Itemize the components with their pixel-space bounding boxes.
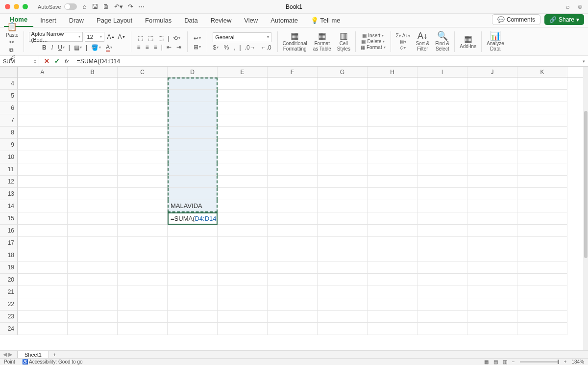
cell[interactable] <box>18 298 68 311</box>
cell[interactable] <box>368 298 417 311</box>
conditional-formatting-button[interactable]: ▦Conditional Formatting <box>283 31 307 52</box>
cell[interactable] <box>218 114 268 127</box>
cell[interactable] <box>68 298 118 311</box>
cell[interactable] <box>118 188 168 200</box>
cell[interactable] <box>417 188 467 200</box>
close-window-icon[interactable] <box>5 4 10 9</box>
cell[interactable] <box>18 237 68 249</box>
row-header[interactable]: 18 <box>0 249 18 261</box>
cell[interactable] <box>417 323 467 335</box>
cell[interactable] <box>368 286 417 298</box>
maximize-window-icon[interactable] <box>23 4 28 9</box>
cell[interactable] <box>68 102 118 114</box>
wrap-text-icon[interactable]: ↩▾ <box>193 35 202 42</box>
cell[interactable] <box>318 163 368 176</box>
cell[interactable] <box>168 127 218 139</box>
column-header[interactable]: C <box>118 67 168 77</box>
cell[interactable] <box>118 176 168 188</box>
tell-me[interactable]: 💡 Tell me <box>305 14 346 27</box>
cell[interactable] <box>68 323 118 335</box>
cell[interactable] <box>368 249 417 261</box>
increase-decimal-icon[interactable]: .0→ <box>244 44 257 51</box>
cell[interactable] <box>218 102 268 114</box>
cell[interactable] <box>467 78 517 90</box>
cell[interactable] <box>268 78 318 90</box>
share-button[interactable]: 🔗 Share ▾ <box>544 14 584 25</box>
expand-formula-icon[interactable]: ▾ <box>579 59 588 64</box>
cell[interactable] <box>118 151 168 163</box>
indent-decrease-icon[interactable]: ⇤ <box>166 44 172 51</box>
print-icon[interactable]: 🗎 <box>103 3 109 10</box>
cell[interactable] <box>368 78 417 90</box>
comments-button[interactable]: 💬 Comments <box>492 14 540 25</box>
cell[interactable] <box>318 102 368 114</box>
cell[interactable] <box>18 127 68 139</box>
cell[interactable] <box>467 200 517 212</box>
row-header[interactable]: 15 <box>0 212 18 225</box>
cell[interactable] <box>18 188 68 200</box>
cell[interactable] <box>467 274 517 286</box>
cell[interactable] <box>118 274 168 286</box>
cell[interactable] <box>268 298 318 311</box>
column-header[interactable]: H <box>368 67 417 77</box>
cell[interactable] <box>18 102 68 114</box>
cell[interactable] <box>268 188 318 200</box>
cell[interactable] <box>417 114 467 127</box>
cell[interactable] <box>18 176 68 188</box>
cell[interactable] <box>68 212 118 225</box>
align-bottom-icon[interactable]: ⬚ <box>157 35 165 42</box>
cell[interactable] <box>467 188 517 200</box>
cell[interactable] <box>118 114 168 127</box>
cell[interactable] <box>318 323 368 335</box>
cell[interactable] <box>517 212 567 225</box>
cell[interactable] <box>318 176 368 188</box>
cell-styles-button[interactable]: ▥Cell Styles <box>337 31 350 52</box>
cell[interactable] <box>18 78 68 90</box>
cell[interactable] <box>268 127 318 139</box>
cell[interactable] <box>18 286 68 298</box>
copy-icon[interactable]: ⧉ <box>9 47 15 53</box>
cell[interactable] <box>118 323 168 335</box>
align-center-icon[interactable]: ≡ <box>145 44 150 51</box>
zoom-in-icon[interactable]: + <box>564 359 567 365</box>
cell[interactable] <box>318 188 368 200</box>
cut-icon[interactable]: ✂ <box>9 39 15 46</box>
row-header[interactable]: 10 <box>0 151 18 163</box>
cell[interactable] <box>517 323 567 335</box>
cancel-icon[interactable]: ✕ <box>44 57 49 65</box>
cell[interactable] <box>18 261 68 274</box>
row-header[interactable]: 5 <box>0 90 18 102</box>
cell[interactable] <box>118 139 168 151</box>
cell[interactable] <box>368 212 417 225</box>
cell[interactable] <box>417 212 467 225</box>
add-sheet-button[interactable]: + <box>49 352 60 358</box>
cell[interactable] <box>467 286 517 298</box>
cell[interactable] <box>467 163 517 176</box>
row-header[interactable]: 9 <box>0 139 18 151</box>
tab-review[interactable]: Review <box>205 14 238 27</box>
row-header[interactable]: 11 <box>0 163 18 176</box>
cell[interactable] <box>68 90 118 102</box>
cell[interactable] <box>517 261 567 274</box>
format-cells-button[interactable]: ▦ Format ▾ <box>361 45 386 50</box>
column-header[interactable]: K <box>517 67 567 77</box>
cell[interactable] <box>218 274 268 286</box>
view-normal-icon[interactable]: ▦ <box>484 359 489 365</box>
font-color-button[interactable]: A▾ <box>105 44 113 52</box>
cell[interactable] <box>168 102 218 114</box>
cell[interactable] <box>467 114 517 127</box>
column-header[interactable]: G <box>318 67 368 77</box>
cell[interactable] <box>318 139 368 151</box>
cell[interactable] <box>68 261 118 274</box>
zoom-out-icon[interactable]: − <box>512 359 515 365</box>
paste-button[interactable]: 📋 Paste <box>6 22 19 38</box>
cell[interactable] <box>68 127 118 139</box>
cell[interactable] <box>118 298 168 311</box>
decrease-decimal-icon[interactable]: ←.0 <box>260 44 272 51</box>
cell[interactable] <box>318 249 368 261</box>
cell[interactable] <box>218 200 268 212</box>
cell[interactable] <box>417 298 467 311</box>
tab-automate[interactable]: Automate <box>265 14 304 27</box>
accessibility-status[interactable]: ♿ Accessibility: Good to go <box>22 359 83 365</box>
cell[interactable] <box>417 78 467 90</box>
